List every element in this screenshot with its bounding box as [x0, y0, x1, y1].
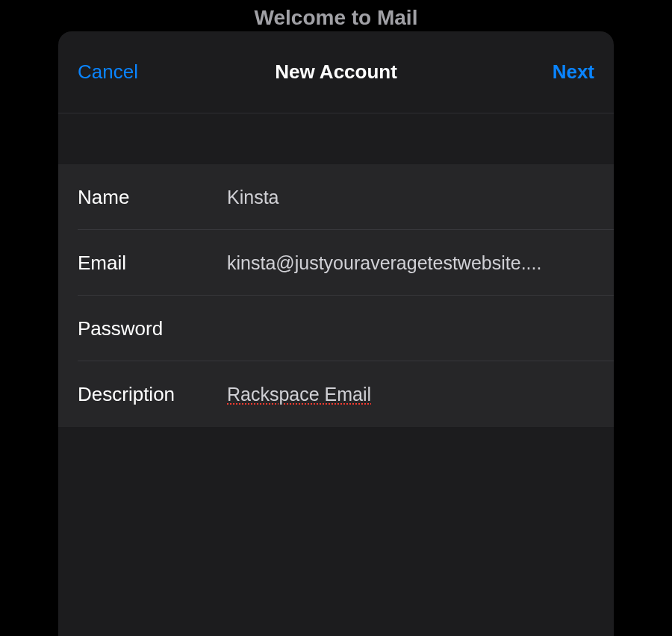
name-label: Name	[78, 186, 227, 209]
background-page-title: Welcome to Mail	[0, 6, 672, 30]
password-label: Password	[78, 317, 227, 340]
name-row: Name	[58, 164, 614, 230]
email-label: Email	[78, 252, 227, 275]
new-account-sheet: Cancel New Account Next Name Email Passw…	[58, 31, 614, 636]
password-row: Password	[58, 296, 614, 361]
navigation-bar: Cancel New Account Next	[58, 31, 614, 113]
sheet-title: New Account	[275, 60, 397, 84]
section-spacer	[58, 113, 614, 164]
account-form: Name Email Password Description Rackspac…	[58, 164, 614, 427]
description-label: Description	[78, 383, 227, 406]
password-field[interactable]	[227, 318, 594, 340]
name-field[interactable]	[227, 187, 594, 208]
email-row: Email	[58, 230, 614, 296]
description-row: Description Rackspace Email	[58, 361, 614, 427]
cancel-button[interactable]: Cancel	[78, 60, 138, 84]
next-button[interactable]: Next	[553, 60, 594, 84]
description-field[interactable]: Rackspace Email	[227, 384, 594, 405]
email-field[interactable]	[227, 252, 594, 274]
